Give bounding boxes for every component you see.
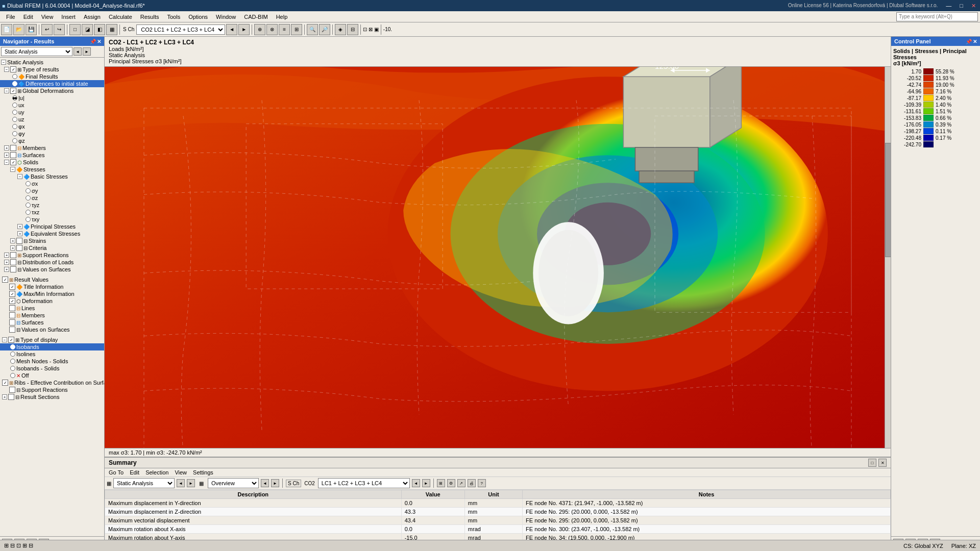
- nav-phiy[interactable]: φy: [0, 130, 104, 137]
- r[interactable]: [26, 203, 31, 208]
- nav-sr-lower[interactable]: ⊟ Support Reactions: [0, 386, 104, 393]
- nav-checkbox[interactable]: ✓: [10, 88, 16, 94]
- zoom-out[interactable]: 🔎: [319, 24, 330, 35]
- expand-td[interactable]: −: [2, 337, 7, 342]
- nav-radio-phix[interactable]: [12, 124, 17, 129]
- nav-next-btn[interactable]: ►: [83, 47, 91, 56]
- nav-differences[interactable]: 🔷 Differences to initial state: [0, 80, 104, 87]
- summary-close-btn[interactable]: ✕: [878, 459, 887, 467]
- nav-basic-stresses[interactable]: − 🔷 Basic Stresses: [0, 173, 104, 180]
- expand-strains[interactable]: +: [10, 238, 15, 243]
- r[interactable]: [26, 217, 31, 222]
- expand-vs[interactable]: +: [4, 267, 9, 272]
- sum-print-btn[interactable]: 🖨: [468, 479, 476, 487]
- sum-filter-btn[interactable]: ⊞: [437, 479, 445, 487]
- right-pin-btn[interactable]: 📌: [966, 39, 972, 44]
- nav-checkbox-surfaces[interactable]: [10, 152, 16, 158]
- nav-surfaces-lower[interactable]: ⊟ Surfaces: [0, 319, 104, 326]
- nav-radio-phiy[interactable]: [12, 131, 17, 136]
- nav-uz[interactable]: uz: [0, 116, 104, 123]
- lc-next[interactable]: ►: [238, 24, 250, 35]
- sum-prev-btn[interactable]: ◄: [177, 479, 185, 487]
- zoom-in[interactable]: 🔍: [307, 24, 318, 35]
- scrollbar-thumb[interactable]: [885, 143, 891, 257]
- nav-mm-check[interactable]: ✓: [9, 291, 15, 297]
- nav-off[interactable]: ✕ Off: [0, 372, 104, 379]
- nav-checkbox-vs[interactable]: [10, 266, 16, 272]
- view-btn2[interactable]: ◪: [82, 24, 93, 35]
- nav-sr-check[interactable]: [9, 387, 15, 393]
- nav-global-deform[interactable]: − ✓ ⊞ Global Deformations: [0, 87, 104, 94]
- expand-icon[interactable]: −: [1, 60, 6, 65]
- minimize-button[interactable]: —: [944, 3, 953, 9]
- nav-radio-uy[interactable]: [12, 110, 17, 115]
- nav-close-btn[interactable]: ✕: [97, 39, 101, 44]
- expand-rs[interactable]: +: [2, 394, 7, 399]
- nav-strains[interactable]: + ⊟ Strains: [0, 237, 104, 244]
- nav-radio-phiz[interactable]: [12, 138, 17, 143]
- sum-settings-btn[interactable]: ⚙: [447, 479, 455, 487]
- nav-checkbox-dl[interactable]: [10, 259, 16, 265]
- expand-basic[interactable]: −: [17, 174, 22, 179]
- menu-edit[interactable]: Edit: [130, 469, 139, 475]
- nav-isobands[interactable]: Isobands: [0, 343, 104, 350]
- expand-solids[interactable]: −: [4, 160, 9, 165]
- nav-ribs[interactable]: ✓ ⊞ Ribs - Effective Contribution on Sur…: [0, 379, 104, 386]
- nav-td-check[interactable]: ✓: [8, 337, 14, 343]
- menu-selection[interactable]: Selection: [145, 469, 168, 475]
- nav-isolines[interactable]: Isolines: [0, 350, 104, 358]
- nav-txz[interactable]: τxz: [0, 209, 104, 216]
- nav-type-display[interactable]: − ✓ ⊞ Type of display: [0, 336, 104, 343]
- nav-vol-lower[interactable]: ⊟ Values on Surfaces: [0, 326, 104, 333]
- nav-type-of-results[interactable]: − ✓ ⊞ Type of results: [0, 66, 104, 73]
- nav-radio-isos[interactable]: [10, 366, 15, 371]
- sum-export-btn[interactable]: ↗: [457, 479, 465, 487]
- nav-phix[interactable]: φx: [0, 123, 104, 130]
- summary-analysis-combo[interactable]: Static Analysis: [113, 478, 175, 488]
- view-btn3[interactable]: ◧: [94, 24, 105, 35]
- lc-prev[interactable]: ◄: [226, 24, 237, 35]
- sum-next2[interactable]: ►: [271, 479, 279, 487]
- nav-dist-loads[interactable]: + ⊟ Distribution of Loads: [0, 259, 104, 266]
- nav-criteria[interactable]: + ⊟ Criteria: [0, 244, 104, 252]
- tool-b[interactable]: ⊗: [266, 24, 278, 35]
- nav-analysis-combo[interactable]: Static Analysis: [1, 47, 72, 56]
- menu-settings[interactable]: Settings: [193, 469, 213, 475]
- expand-equiv[interactable]: +: [17, 231, 22, 236]
- nav-ribs-check[interactable]: ✓: [2, 380, 8, 386]
- keyword-search[interactable]: [896, 12, 978, 21]
- view-btn4[interactable]: ▦: [106, 24, 117, 35]
- nav-pin-btn[interactable]: 📌: [90, 39, 96, 44]
- nav-members[interactable]: + ⊟ Members: [0, 144, 104, 152]
- nav-val-surfaces[interactable]: + ⊟ Values on Surfaces: [0, 266, 104, 273]
- nav-isobands-solids[interactable]: Isobands - Solids: [0, 365, 104, 372]
- sum-lc-next[interactable]: ►: [422, 479, 430, 487]
- nav-uy[interactable]: uy: [0, 109, 104, 116]
- nav-checkbox-members[interactable]: [10, 145, 16, 151]
- menu-insert[interactable]: Insert: [57, 13, 80, 21]
- menu-file[interactable]: File: [2, 13, 19, 21]
- menu-cadbim[interactable]: CAD-BIM: [240, 13, 272, 21]
- r[interactable]: [26, 181, 31, 186]
- nav-tyz[interactable]: τyz: [0, 202, 104, 209]
- nav-deformation[interactable]: ✓ ⬡ Deformation: [0, 297, 104, 305]
- lc-combo[interactable]: CO2 LC1 + LC2 + LC3 + LC4: [136, 24, 225, 35]
- fem-view-area[interactable]: 125.00: [105, 67, 891, 448]
- menu-calculate[interactable]: Calculate: [105, 13, 136, 21]
- menu-help[interactable]: Help: [272, 13, 292, 21]
- nav-lines-check[interactable]: [9, 305, 15, 311]
- nav-u[interactable]: |u|: [0, 94, 104, 102]
- menu-results[interactable]: Results: [136, 13, 163, 21]
- nav-sy[interactable]: σy: [0, 187, 104, 194]
- menu-window[interactable]: Window: [212, 13, 240, 21]
- maximize-button[interactable]: □: [958, 3, 965, 9]
- nav-checkbox-strains[interactable]: [16, 238, 22, 244]
- nav-final-results[interactable]: 🔶 Final Results: [0, 73, 104, 80]
- summary-lc-combo[interactable]: LC1 + LC2 + LC3 + LC4: [318, 478, 410, 488]
- sum-next-btn[interactable]: ►: [187, 479, 195, 487]
- menu-goto[interactable]: Go To: [109, 469, 124, 475]
- undo-btn[interactable]: ↩: [41, 24, 53, 35]
- nav-checkbox-sr[interactable]: [10, 252, 16, 258]
- menu-view[interactable]: View: [37, 13, 58, 21]
- save-btn[interactable]: 💾: [26, 24, 37, 35]
